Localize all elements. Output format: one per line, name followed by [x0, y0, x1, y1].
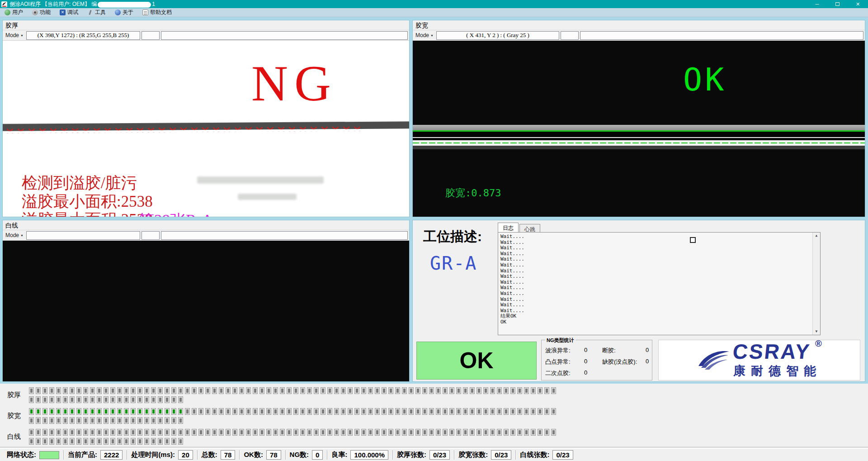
- log-line: Wait....: [500, 234, 811, 240]
- network-status-label: 网络状态:: [7, 451, 36, 459]
- indicator-cell: [429, 429, 434, 436]
- indicator-cell: [171, 387, 176, 394]
- toolbar-field-small[interactable]: [561, 31, 579, 40]
- debug-icon: [60, 10, 66, 15]
- indicator-cell: [205, 387, 210, 394]
- indicator-cell: [504, 408, 509, 415]
- indicator-cell: [382, 408, 387, 415]
- indicator-cell: [178, 396, 183, 403]
- minimize-button[interactable]: ─: [807, 0, 827, 8]
- overall-result-indicator: OK: [416, 342, 537, 380]
- scroll-up-icon[interactable]: ▲: [816, 233, 818, 238]
- indicator-cell: [171, 417, 176, 424]
- log-output[interactable]: Wait....Wait....Wait....Wait....Wait....…: [498, 232, 821, 335]
- toolbar-field-small[interactable]: [142, 231, 160, 240]
- indicator-cell: [110, 396, 115, 403]
- indicator-cell: [63, 429, 68, 436]
- glue-width-image[interactable]: OK 胶宽:0.873: [413, 40, 865, 217]
- log-line: Wait....: [500, 268, 811, 274]
- indicator-cell: [158, 438, 163, 445]
- menu-help-doc[interactable]: 帮助文档: [138, 8, 176, 17]
- menu-function[interactable]: 功能: [28, 8, 55, 17]
- indicator-cell: [56, 387, 61, 394]
- indicator-cell: [165, 408, 170, 415]
- indicator-cell: [259, 387, 264, 394]
- indicator-cell: [97, 396, 102, 403]
- indicator-cell: [334, 408, 339, 415]
- indicator-cell: [348, 429, 353, 436]
- tab-heartbeat[interactable]: 心跳: [519, 224, 540, 232]
- indicator-cell: [117, 417, 122, 424]
- indicator-cell: [232, 429, 237, 436]
- menu-debug[interactable]: 调试: [55, 8, 83, 17]
- ng-stat-value: 0: [646, 347, 655, 355]
- indicator-cell: [287, 429, 292, 436]
- scroll-down-icon[interactable]: ▼: [816, 329, 818, 334]
- tab-log[interactable]: 日志: [498, 223, 519, 232]
- title-redaction: [98, 2, 151, 8]
- indicator-cell: [415, 429, 420, 436]
- indicator-cell: [131, 429, 136, 436]
- window-title: 侧涂AOI程序 【当前用户: OEM】 编: [9, 0, 97, 8]
- log-scrollbar[interactable]: ▲ ▼: [812, 233, 820, 335]
- station-description-label: 工位描述:: [423, 228, 482, 246]
- indicator-cell: [56, 429, 61, 436]
- white-line-image[interactable]: [3, 240, 409, 381]
- indicator-cell: [253, 429, 258, 436]
- toolbar-field-small[interactable]: [142, 31, 160, 40]
- indicator-cell: [490, 408, 495, 415]
- toolbar-field-long[interactable]: [161, 31, 408, 40]
- indicator-cell: [158, 417, 163, 424]
- glue-thickness-image[interactable]: NG 检测到溢胶/脏污 溢胶最小面积:2538 溢胶最大面积:2538 第38张…: [3, 40, 409, 217]
- mode-label: Mode: [5, 32, 19, 38]
- statusbar-item: 良率:100.000%: [327, 450, 392, 460]
- indicator-cell: [483, 387, 488, 394]
- indicator-cell: [70, 417, 75, 424]
- menu-user[interactable]: 用户: [0, 8, 28, 17]
- indicator-cell: [117, 438, 122, 445]
- indicator-group: 白线: [7, 429, 868, 445]
- indicator-cell: [409, 429, 414, 436]
- log-line: Wait....: [500, 251, 811, 257]
- indicator-cell: [63, 417, 68, 424]
- indicator-row: [29, 438, 556, 445]
- app-icon: [1, 1, 7, 7]
- maximize-button[interactable]: [827, 0, 848, 8]
- log-line: Wait....: [500, 280, 811, 285]
- panel-glue-width: 胶宽 Mode ▼ ( X 431, Y 2 ) : ( Gray 25 ) O…: [412, 20, 865, 217]
- indicator-cell: [56, 438, 61, 445]
- vendor-logo-card: CSRAY ® 康耐德智能: [658, 340, 860, 380]
- indicator-cell: [463, 429, 468, 436]
- toolbar-field-long[interactable]: [580, 31, 863, 40]
- menu-about-label: 关于: [123, 9, 133, 16]
- menu-tools[interactable]: 工具: [83, 8, 110, 17]
- indicator-cell: [226, 408, 231, 415]
- pixel-readout: ( X 431, Y 2 ) : ( Gray 25 ): [436, 31, 559, 40]
- toolbar-field-long[interactable]: [161, 231, 408, 240]
- menu-about[interactable]: 关于: [110, 8, 138, 17]
- indicator-cell: [266, 408, 271, 415]
- statusbar-item: 胶厚张数:0/23: [393, 450, 454, 460]
- close-button[interactable]: ✕: [848, 0, 868, 8]
- logo-brand-text: CSRAY: [732, 341, 812, 362]
- indicator-cell: [436, 387, 441, 394]
- indicator-cell: [137, 438, 142, 445]
- indicator-cell: [531, 408, 536, 415]
- indicator-cell: [456, 387, 461, 394]
- log-line: Wait....: [500, 291, 811, 297]
- indicator-cell: [354, 387, 359, 394]
- indicator-cell: [524, 429, 529, 436]
- mode-dropdown[interactable]: Mode ▼: [414, 31, 435, 39]
- indicator-cell: [83, 417, 88, 424]
- mode-dropdown[interactable]: Mode ▼: [4, 31, 25, 39]
- log-checkbox[interactable]: [690, 237, 696, 243]
- indicator-cell: [422, 429, 427, 436]
- panel-white-line: 白线 Mode ▼: [2, 220, 410, 382]
- indicator-cell: [382, 387, 387, 394]
- indicator-cell: [551, 387, 556, 394]
- indicator-cell: [104, 396, 108, 403]
- log-line: Wait....: [500, 302, 811, 308]
- mode-dropdown[interactable]: Mode ▼: [4, 231, 25, 239]
- smudge-mark: [238, 194, 297, 200]
- statusbar-item-label: OK数:: [244, 451, 263, 459]
